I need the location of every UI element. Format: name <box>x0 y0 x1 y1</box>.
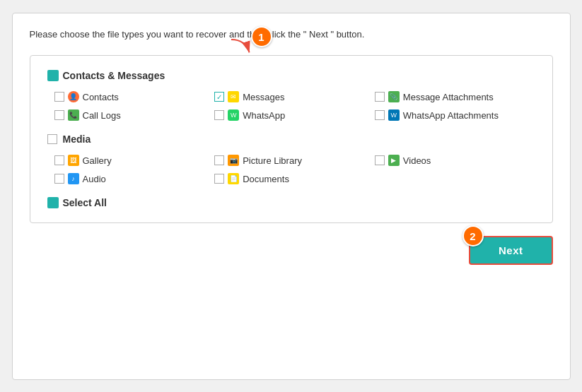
call-logs-checkbox[interactable] <box>54 110 64 120</box>
audio-label: Audio <box>83 174 106 184</box>
call-logs-icon: 📞 <box>68 109 79 121</box>
documents-label: Documents <box>243 174 289 184</box>
whatsapp-attachments-checkbox[interactable] <box>375 110 385 120</box>
select-all-section[interactable]: Select All <box>47 197 535 208</box>
documents-checkbox[interactable] <box>214 174 224 184</box>
file-types-panel: 1 Contacts & Messages 👤 <box>30 55 553 223</box>
contacts-messages-icon <box>47 70 59 81</box>
bottom-bar: 2 Next <box>30 236 553 265</box>
arrow-indicator <box>226 36 254 57</box>
messages-checkbox[interactable] <box>214 92 224 102</box>
contacts-messages-grid: 👤 Contacts ✉ Messages 📎 Message Attachme… <box>47 91 535 121</box>
messages-label: Messages <box>243 92 284 102</box>
contacts-label: Contacts <box>83 92 119 102</box>
media-section-checkbox[interactable] <box>47 134 57 144</box>
media-section-title: Media <box>47 133 535 145</box>
media-grid: 🖼 Gallery 📷 Picture Library ▶ <box>47 155 535 184</box>
badge-2: 2 <box>462 225 484 247</box>
documents-item[interactable]: 📄 Documents <box>214 173 375 184</box>
picture-library-item[interactable]: 📷 Picture Library <box>214 155 375 166</box>
videos-item[interactable]: ▶ Videos <box>375 155 535 166</box>
whatsapp-attachments-label: WhatsApp Attachments <box>403 110 499 121</box>
select-all-label: Select All <box>63 197 107 208</box>
message-attachments-label: Message Attachments <box>403 92 494 102</box>
whatsapp-item[interactable]: W WhatsApp <box>214 109 375 121</box>
whatsapp-checkbox[interactable] <box>214 110 224 120</box>
picture-library-icon: 📷 <box>228 155 239 166</box>
instruction-text: Please choose the file types you want to… <box>30 28 553 42</box>
whatsapp-attachments-item[interactable]: W WhatsApp Attachments <box>375 109 535 121</box>
picture-library-checkbox[interactable] <box>214 155 224 165</box>
videos-checkbox[interactable] <box>375 155 385 165</box>
gallery-item[interactable]: 🖼 Gallery <box>54 155 215 166</box>
whatsapp-attachments-icon: W <box>388 109 400 121</box>
call-logs-label: Call Logs <box>83 110 121 121</box>
message-attachments-item[interactable]: 📎 Message Attachments <box>375 91 535 102</box>
contacts-checkbox[interactable] <box>54 92 64 102</box>
gallery-label: Gallery <box>83 155 112 166</box>
message-attachments-checkbox[interactable] <box>375 92 385 102</box>
select-all-icon <box>47 197 59 208</box>
contacts-item[interactable]: 👤 Contacts <box>54 91 215 102</box>
contacts-icon: 👤 <box>68 91 79 102</box>
whatsapp-icon: W <box>228 109 239 121</box>
audio-checkbox[interactable] <box>54 174 64 184</box>
main-window: Please choose the file types you want to… <box>12 13 571 380</box>
gallery-checkbox[interactable] <box>54 155 64 165</box>
gallery-icon: 🖼 <box>68 155 79 166</box>
media-section: Media 🖼 Gallery 📷 Picture Li <box>47 133 535 184</box>
picture-library-label: Picture Library <box>243 155 302 166</box>
documents-icon: 📄 <box>228 173 239 184</box>
messages-item[interactable]: ✉ Messages <box>214 91 375 102</box>
messages-icon: ✉ <box>228 91 239 102</box>
audio-item[interactable]: ♪ Audio <box>54 173 215 184</box>
whatsapp-label: WhatsApp <box>243 110 285 121</box>
call-logs-item[interactable]: 📞 Call Logs <box>54 109 215 121</box>
videos-icon: ▶ <box>388 155 400 166</box>
message-attachments-icon: 📎 <box>388 91 400 102</box>
audio-icon: ♪ <box>68 173 79 184</box>
contacts-messages-section-title: Contacts & Messages <box>47 70 535 81</box>
badge-1: 1 <box>251 26 272 47</box>
videos-label: Videos <box>403 155 431 166</box>
